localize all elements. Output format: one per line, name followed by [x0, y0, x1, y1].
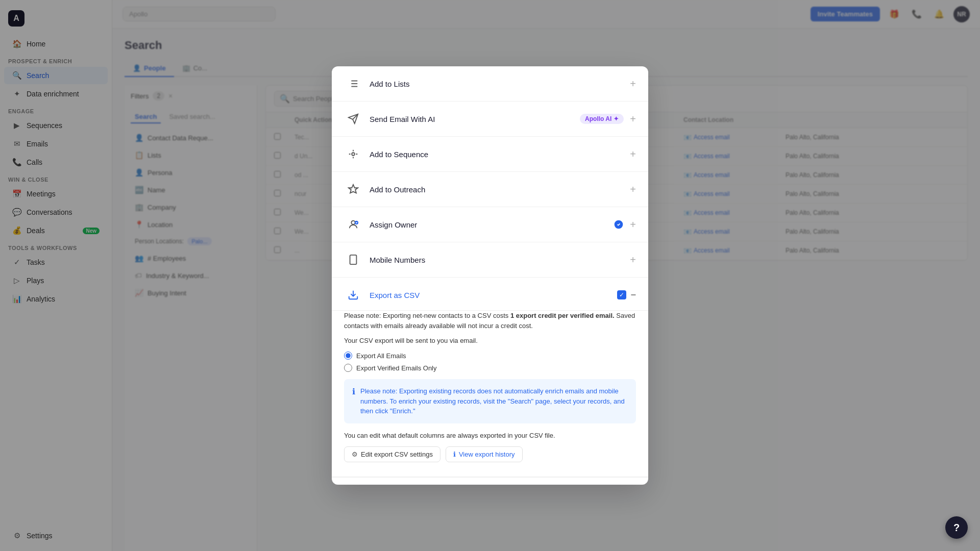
modal-overlay[interactable]: Add to Lists + Send Email With AI Apollo… — [0, 0, 980, 551]
export-csv-content: Please note: Exporting net-new contacts … — [332, 311, 648, 477]
export-verified-radio-input[interactable] — [344, 364, 352, 372]
info-icon: ℹ — [352, 387, 355, 416]
mobile-numbers-plus-icon: + — [630, 254, 636, 266]
export-note-text: Please note: Exporting net-new contacts … — [344, 311, 636, 331]
export-verified-only-radio[interactable]: Export Verified Emails Only — [344, 364, 636, 372]
add-to-sequence-label: Add to Sequence — [370, 150, 624, 159]
add-to-sequence-item[interactable]: Add to Sequence + — [332, 137, 648, 172]
apollo-ai-badge: Apollo AI ✦ — [580, 114, 624, 124]
svg-point-8 — [352, 153, 355, 156]
export-all-emails-radio[interactable]: Export All Emails — [344, 352, 636, 360]
help-button[interactable]: ? — [945, 516, 968, 539]
add-to-lists-label: Add to Lists — [370, 80, 624, 88]
mobile-numbers-icon — [344, 251, 362, 269]
export-csv-label: Export as CSV — [370, 291, 611, 299]
export-csv-icon — [344, 286, 362, 304]
add-to-lists-icon — [344, 74, 362, 93]
mobile-numbers-item[interactable]: Mobile Numbers + — [332, 242, 648, 278]
send-email-ai-plus-icon: + — [630, 113, 636, 125]
export-radio-group: Export All Emails Export Verified Emails… — [344, 352, 636, 372]
svg-rect-12 — [350, 255, 357, 264]
export-info-box: ℹ Please note: Exporting existing record… — [344, 379, 636, 423]
assign-owner-label: Assign Owner — [370, 220, 607, 229]
add-to-outreach-plus-icon: + — [630, 184, 636, 195]
add-to-outreach-icon — [344, 180, 362, 198]
add-to-sequence-icon — [344, 145, 362, 163]
export-email-note: Your CSV export will be sent to you via … — [344, 337, 636, 344]
gear-icon: ⚙ — [352, 450, 358, 458]
history-icon: ℹ — [453, 450, 456, 458]
export-csv-toggle: ✓ − — [617, 290, 636, 300]
export-info-text: Please note: Exporting existing records … — [360, 386, 628, 416]
svg-point-9 — [351, 221, 355, 224]
view-export-history-button[interactable]: ℹ View export history — [446, 446, 523, 462]
modal-footer: Cancel Save — [332, 477, 648, 485]
add-to-lists-item[interactable]: Add to Lists + — [332, 66, 648, 102]
assign-owner-toggle — [614, 219, 624, 230]
send-email-ai-icon — [344, 110, 362, 128]
add-to-sequence-plus-icon: + — [630, 148, 636, 160]
assign-owner-plus-icon: + — [630, 219, 636, 231]
assign-owner-item[interactable]: Assign Owner + — [332, 207, 648, 242]
assign-owner-icon — [344, 215, 362, 234]
send-email-ai-label: Send Email With AI — [370, 115, 575, 123]
export-modal: Add to Lists + Send Email With AI Apollo… — [332, 66, 648, 485]
mobile-numbers-label: Mobile Numbers — [370, 256, 624, 264]
edit-columns-text: You can edit what default columns are al… — [344, 432, 636, 439]
add-to-lists-plus-icon: + — [630, 78, 636, 90]
export-all-radio-input[interactable] — [344, 352, 352, 360]
export-csv-header[interactable]: Export as CSV ✓ − — [332, 278, 648, 311]
export-action-buttons: ⚙ Edit export CSV settings ℹ View export… — [344, 446, 636, 462]
export-csv-collapse-icon[interactable]: − — [630, 290, 636, 300]
send-email-ai-item[interactable]: Send Email With AI Apollo AI ✦ + — [332, 102, 648, 137]
ai-star-icon: ✦ — [614, 115, 619, 122]
add-to-outreach-label: Add to Outreach — [370, 185, 624, 194]
export-csv-checkbox[interactable]: ✓ — [617, 290, 626, 299]
edit-export-csv-settings-button[interactable]: ⚙ Edit export CSV settings — [344, 446, 440, 462]
add-to-outreach-item[interactable]: Add to Outreach + — [332, 172, 648, 207]
